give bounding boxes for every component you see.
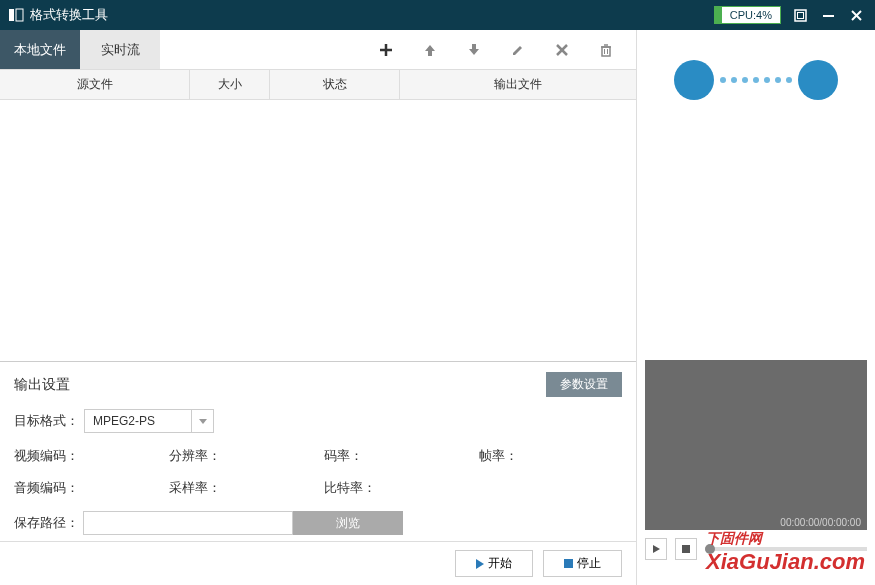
audio-bitrate-label: 比特率： bbox=[324, 479, 376, 497]
audio-info-row: 音频编码： 采样率： 比特率： bbox=[14, 479, 622, 497]
bitrate-label: 码率： bbox=[324, 447, 363, 465]
right-column: 00:00:00/00:00:00 bbox=[637, 30, 875, 585]
preview-stop-button[interactable] bbox=[675, 538, 697, 560]
th-source: 源文件 bbox=[0, 70, 190, 99]
edit-icon[interactable] bbox=[508, 40, 528, 60]
audio-codec-label: 音频编码： bbox=[14, 479, 79, 497]
samplerate-label: 采样率： bbox=[169, 479, 221, 497]
video-preview: 00:00:00/00:00:00 bbox=[645, 360, 867, 530]
file-list[interactable] bbox=[0, 100, 636, 361]
start-button[interactable]: 开始 bbox=[455, 550, 533, 577]
circle-icon bbox=[674, 60, 714, 100]
stop-button[interactable]: 停止 bbox=[543, 550, 622, 577]
titlebar: 格式转换工具 CPU:4% bbox=[0, 0, 875, 30]
time-display: 00:00:00/00:00:00 bbox=[780, 517, 861, 528]
left-column: 本地文件 实时流 bbox=[0, 30, 637, 585]
output-panel: 输出设置 参数设置 目标格式： MPEG2-PS 视频编码： 分辨率： 码率： … bbox=[0, 361, 636, 541]
resolution-label: 分辨率： bbox=[169, 447, 221, 465]
browse-button[interactable]: 浏览 bbox=[293, 511, 403, 535]
save-path-label: 保存路径： bbox=[14, 514, 79, 532]
cpu-badge: CPU:4% bbox=[714, 6, 781, 24]
svg-rect-11 bbox=[602, 47, 610, 56]
save-path-row: 保存路径： 浏览 bbox=[14, 511, 622, 535]
move-up-icon[interactable] bbox=[420, 40, 440, 60]
th-status: 状态 bbox=[270, 70, 400, 99]
tabs: 本地文件 实时流 bbox=[0, 30, 160, 69]
output-title: 输出设置 bbox=[14, 376, 70, 394]
minimize-icon[interactable] bbox=[819, 6, 837, 24]
main: 本地文件 实时流 bbox=[0, 30, 875, 585]
start-label: 开始 bbox=[488, 555, 512, 572]
close-icon[interactable] bbox=[847, 6, 865, 24]
chevron-down-icon bbox=[191, 410, 213, 432]
play-icon bbox=[653, 545, 660, 553]
target-format-value: MPEG2-PS bbox=[85, 414, 191, 428]
stop-label: 停止 bbox=[577, 555, 601, 572]
play-icon bbox=[476, 559, 484, 569]
tab-stream[interactable]: 实时流 bbox=[80, 30, 160, 69]
preview-play-button[interactable] bbox=[645, 538, 667, 560]
video-codec-label: 视频编码： bbox=[14, 447, 79, 465]
toolbar: 本地文件 实时流 bbox=[0, 30, 636, 70]
circle-icon bbox=[798, 60, 838, 100]
svg-rect-0 bbox=[9, 9, 14, 21]
action-row: 开始 停止 bbox=[0, 541, 636, 585]
framerate-label: 帧率： bbox=[479, 447, 518, 465]
target-format-dropdown[interactable]: MPEG2-PS bbox=[84, 409, 214, 433]
th-size: 大小 bbox=[190, 70, 270, 99]
tab-local-file[interactable]: 本地文件 bbox=[0, 30, 80, 69]
svg-rect-1 bbox=[16, 9, 23, 21]
th-output: 输出文件 bbox=[400, 70, 636, 99]
delete-icon[interactable] bbox=[596, 40, 616, 60]
app-icon bbox=[8, 7, 24, 23]
titlebar-left: 格式转换工具 bbox=[8, 6, 108, 24]
target-format-row: 目标格式： MPEG2-PS bbox=[14, 409, 622, 433]
connection-dots bbox=[720, 77, 792, 83]
svg-rect-2 bbox=[795, 10, 806, 21]
add-icon[interactable] bbox=[376, 40, 396, 60]
connection-graphic bbox=[637, 30, 875, 360]
svg-rect-3 bbox=[797, 12, 803, 18]
tool-icons bbox=[376, 40, 636, 60]
output-header: 输出设置 参数设置 bbox=[14, 372, 622, 397]
seek-slider[interactable] bbox=[705, 547, 867, 551]
stop-icon bbox=[682, 545, 690, 553]
player-controls bbox=[637, 530, 875, 568]
slider-thumb[interactable] bbox=[705, 544, 715, 554]
video-info-row: 视频编码： 分辨率： 码率： 帧率： bbox=[14, 447, 622, 465]
save-path-input[interactable] bbox=[83, 511, 293, 535]
table-header: 源文件 大小 状态 输出文件 bbox=[0, 70, 636, 100]
target-format-label: 目标格式： bbox=[14, 412, 84, 430]
app-title: 格式转换工具 bbox=[30, 6, 108, 24]
restore-icon[interactable] bbox=[791, 6, 809, 24]
titlebar-right: CPU:4% bbox=[714, 6, 875, 24]
param-settings-button[interactable]: 参数设置 bbox=[546, 372, 622, 397]
remove-icon[interactable] bbox=[552, 40, 572, 60]
move-down-icon[interactable] bbox=[464, 40, 484, 60]
stop-icon bbox=[564, 559, 573, 568]
